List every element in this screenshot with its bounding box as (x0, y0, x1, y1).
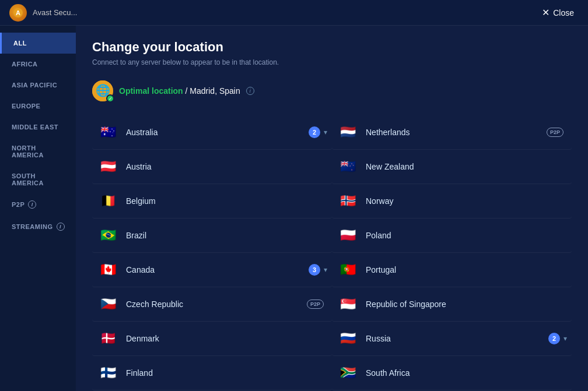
country-name: Portugal (366, 265, 567, 274)
optimal-icon: 🌐 ✓ (92, 80, 113, 101)
country-name: New Zealand (366, 162, 567, 171)
country-name: Czech Republic (126, 300, 307, 309)
country-flag: 🇸🇬 (337, 293, 359, 315)
country-name: Finland (126, 368, 327, 378)
country-flag: 🇨🇿 (97, 293, 119, 315)
sidebar-item-north-america[interactable]: NORTH AMERICA (0, 138, 76, 165)
country-flag: 🇦🇹 (97, 156, 119, 178)
country-flag: 🇳🇿 (337, 156, 359, 178)
country-name: Republic of Singapore (366, 300, 567, 309)
country-name: Canada (126, 265, 309, 274)
country-item[interactable]: 🇳🇴Norway (332, 184, 572, 219)
country-item[interactable]: 🇳🇿New Zealand (332, 150, 572, 184)
country-item[interactable]: 🇩🇰Denmark (92, 322, 332, 356)
sidebar-item-asia-pacific[interactable]: ASIA PACIFIC (0, 75, 76, 96)
country-flag: 🇧🇪 (97, 190, 119, 212)
app-name: Avast Secu... (33, 8, 537, 17)
sidebar-item-middle-east[interactable]: MIDDLE EAST (0, 117, 76, 138)
country-flag: 🇦🇺 (97, 121, 119, 143)
server-count-badge: 3 (309, 264, 320, 276)
country-flag: 🇳🇱 (337, 121, 359, 143)
country-flag: 🇵🇹 (337, 259, 359, 281)
country-item[interactable]: 🇳🇱NetherlandsP2P (332, 115, 572, 150)
app-logo: A (9, 4, 27, 22)
country-item[interactable]: 🇫🇮Finland (92, 356, 332, 390)
optimal-info-icon[interactable]: i (246, 87, 254, 95)
p2p-badge: P2P (307, 300, 324, 309)
sidebar-item-south-america[interactable]: SOUTH AMERICA (0, 165, 76, 193)
country-flag: 🇳🇴 (337, 190, 359, 212)
sidebar-item-p2p[interactable]: P2P i (0, 193, 76, 216)
country-name: Poland (366, 231, 567, 240)
country-name: Denmark (126, 334, 327, 343)
close-label: Close (553, 8, 574, 17)
country-name: Brazil (126, 231, 327, 240)
country-item[interactable]: 🇵🇱Poland (332, 219, 572, 253)
server-count-badge: 2 (548, 333, 560, 344)
page-subtitle: Connect to any server below to appear to… (92, 58, 572, 66)
country-flag: 🇧🇷 (97, 224, 119, 246)
svg-text:A: A (16, 9, 20, 16)
country-flag: 🇨🇦 (97, 259, 119, 281)
sidebar: ALL AFRICA ASIA PACIFIC EUROPE MIDDLE EA… (0, 26, 76, 391)
title-bar: A Avast Secu... ✕ Close (0, 0, 588, 26)
country-item[interactable]: 🇦🇹Austria (92, 150, 332, 184)
expand-chevron-icon[interactable]: ▾ (564, 334, 567, 343)
country-item[interactable]: 🇨🇿Czech RepublicP2P (92, 287, 332, 322)
country-flag: 🇿🇦 (337, 362, 359, 384)
check-badge: ✓ (106, 94, 114, 103)
country-item[interactable]: 🇿🇦South Africa (332, 356, 572, 390)
country-item[interactable]: 🇧🇪Belgium (92, 184, 332, 219)
country-flag: 🇩🇰 (97, 327, 119, 350)
sidebar-item-all[interactable]: ALL (0, 33, 76, 54)
country-name: Russia (366, 334, 548, 343)
expand-chevron-icon[interactable]: ▾ (324, 266, 327, 274)
country-flag: 🇫🇮 (97, 362, 119, 384)
country-item[interactable]: 🇦🇺Australia2▾ (92, 115, 332, 150)
close-icon: ✕ (542, 8, 550, 17)
optimal-label: Optimal location (119, 86, 183, 96)
country-item[interactable]: 🇵🇹Portugal (332, 253, 572, 287)
close-button[interactable]: ✕ Close (537, 6, 579, 20)
server-count-badge: 2 (309, 126, 320, 138)
country-name: Norway (366, 196, 567, 206)
content-area: Change your location Connect to any serv… (76, 26, 588, 391)
country-item[interactable]: 🇸🇬Republic of Singapore (332, 287, 572, 322)
country-item[interactable]: 🇧🇷Brazil (92, 219, 332, 253)
country-flag: 🇷🇺 (337, 327, 359, 350)
country-flag: 🇵🇱 (337, 224, 359, 246)
expand-chevron-icon[interactable]: ▾ (324, 128, 327, 136)
country-grid: 🇦🇺Australia2▾🇳🇱NetherlandsP2P🇦🇹Austria🇳🇿… (92, 115, 572, 390)
sidebar-item-africa[interactable]: AFRICA (0, 54, 76, 75)
optimal-text: Optimal location / Madrid, Spain (119, 86, 240, 96)
country-name: Australia (126, 128, 309, 137)
sidebar-item-europe[interactable]: EUROPE (0, 96, 76, 117)
page-title: Change your location (92, 40, 572, 55)
optimal-location[interactable]: 🌐 ✓ Optimal location / Madrid, Spain i (92, 78, 572, 104)
country-item[interactable]: 🇷🇺Russia2▾ (332, 322, 572, 356)
main-layout: ALL AFRICA ASIA PACIFIC EUROPE MIDDLE EA… (0, 26, 588, 391)
optimal-location-text: / Madrid, Spain (186, 86, 240, 96)
country-item[interactable]: 🇨🇦Canada3▾ (92, 253, 332, 287)
streaming-info-icon[interactable]: i (57, 223, 65, 231)
country-name: Belgium (126, 196, 327, 206)
sidebar-item-streaming[interactable]: STREAMING i (0, 216, 76, 238)
country-name: Austria (126, 162, 327, 171)
country-name: South Africa (366, 368, 567, 378)
p2p-info-icon[interactable]: i (28, 200, 36, 209)
country-name: Netherlands (366, 128, 547, 137)
p2p-badge: P2P (547, 128, 564, 137)
